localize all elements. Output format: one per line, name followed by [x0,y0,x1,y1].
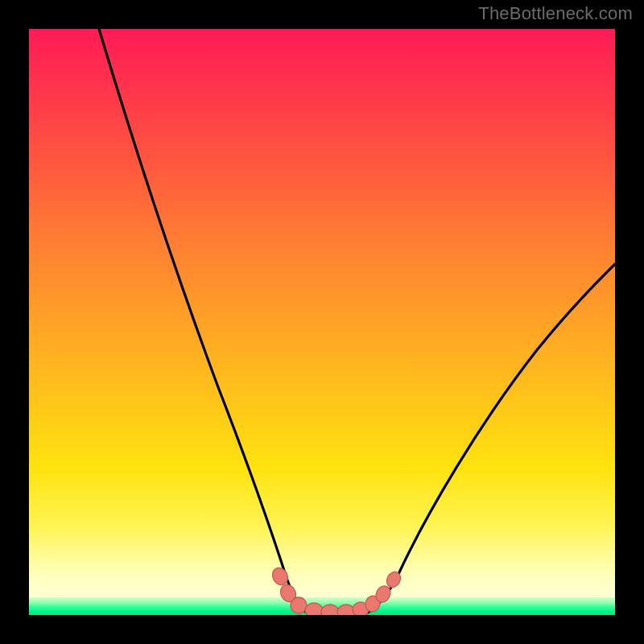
curve-layer [29,29,615,615]
curve-right-branch [363,264,615,614]
plot-area [29,29,615,615]
chart-frame: TheBottleneck.com [0,0,644,644]
curve-left-branch [99,29,311,614]
marker-dot [321,605,339,615]
watermark-text: TheBottleneck.com [478,3,633,24]
marker-dot [291,597,307,613]
marker-dot [305,603,323,615]
marker-dot [270,565,291,588]
marker-group [270,565,403,615]
